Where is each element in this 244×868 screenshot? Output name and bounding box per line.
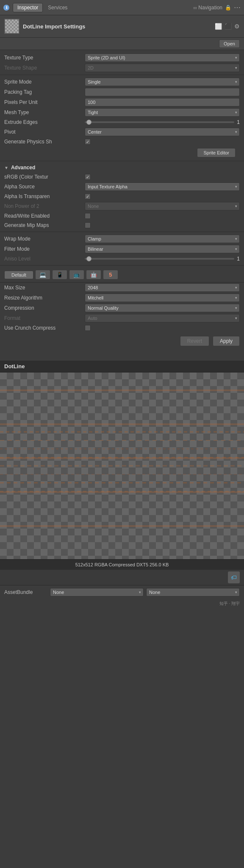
open-button[interactable]: Open — [219, 39, 240, 48]
mesh-type-control: Tight ▾ — [85, 108, 240, 117]
srgb-checkbox[interactable] — [85, 174, 91, 180]
format-control: Auto ▾ — [85, 314, 240, 322]
tab-appletv[interactable]: 📺 — [69, 270, 84, 280]
crunch-checkbox[interactable] — [85, 325, 91, 331]
aniso-level-label: Aniso Level — [4, 256, 85, 262]
wrap-mode-select[interactable]: Clamp — [85, 235, 240, 243]
texture-type-control: Sprite (2D and UI) ▾ — [85, 53, 240, 62]
pivot-label: Pivot — [4, 129, 85, 135]
asset-thumbnail — [4, 19, 19, 34]
navigation-button[interactable]: ⚏ Navigation — [193, 5, 222, 11]
page-title: DotLine Import Settings — [23, 23, 211, 30]
sprite-mode-control: Single ▾ — [85, 78, 240, 86]
lock-icon[interactable]: 🔒 — [225, 5, 231, 11]
compression-control: Normal Quality ▾ — [85, 304, 240, 312]
title-icon-gear[interactable]: ⚙ — [234, 23, 240, 30]
title-icon-2[interactable]: ⬛ — [225, 23, 232, 30]
tab-default[interactable]: Default — [4, 271, 33, 279]
thumbnail-image — [5, 20, 19, 33]
non-power-select[interactable]: None — [85, 202, 240, 210]
compression-row: Compression Normal Quality ▾ — [0, 303, 244, 313]
wrap-mode-row: Wrap Mode Clamp ▾ — [0, 234, 244, 244]
tab-android[interactable]: 🤖 — [86, 270, 101, 280]
aniso-level-row: Aniso Level 1 — [0, 254, 244, 263]
preview-section: DotLine 512x512 RGBA Compressed DXT5 256… — [0, 361, 244, 570]
texture-shape-row: Texture Shape 2D ▾ — [0, 63, 244, 73]
alpha-source-row: Alpha Source Input Texture Alpha ▾ — [0, 182, 244, 192]
texture-shape-select[interactable]: 2D — [85, 64, 240, 72]
sprite-mode-select[interactable]: Single — [85, 78, 240, 86]
alpha-transparent-row: Alpha Is Transparen — [0, 192, 244, 201]
pivot-select[interactable]: Center — [85, 128, 240, 136]
sprite-editor-button[interactable]: Sprite Editor — [197, 148, 236, 157]
generate-physics-checkbox[interactable] — [85, 139, 91, 145]
header-right: ⚏ Navigation 🔒 ⋯ — [193, 3, 241, 11]
alpha-source-select[interactable]: Input Texture Alpha — [85, 182, 240, 191]
packing-tag-input[interactable] — [85, 88, 240, 96]
extrude-edges-slider[interactable] — [85, 121, 234, 123]
tab-html5[interactable]: 5 — [103, 270, 118, 280]
pivot-control: Center ▾ — [85, 128, 240, 136]
preview-content — [0, 372, 244, 559]
ios-icon: 📱 — [56, 272, 63, 278]
extrude-edges-label: Extrude Edges — [4, 119, 85, 125]
filter-mode-select[interactable]: Bilinear — [85, 245, 240, 253]
preview-info: 512x512 RGBA Compressed DXT5 256.0 KB — [0, 559, 244, 570]
srgb-control — [85, 174, 240, 180]
platform-tabs: Default 💻 📱 📺 🤖 5 — [0, 267, 244, 283]
title-icons: ⬜ ⬛ ⚙ — [215, 23, 240, 30]
sprite-mode-label: Sprite Mode — [4, 79, 85, 85]
advanced-label: Advanced — [11, 165, 35, 171]
title-icon-1[interactable]: ⬜ — [215, 23, 222, 30]
read-write-label: Read/Write Enabled — [4, 213, 85, 219]
packing-tag-label: Packing Tag — [4, 89, 85, 95]
tag-icon[interactable]: 🏷 — [228, 571, 240, 583]
resize-algorithm-select[interactable]: Mitchell — [85, 294, 240, 302]
aniso-level-control: 1 — [85, 256, 240, 262]
read-write-checkbox[interactable] — [85, 213, 91, 219]
alpha-transparent-checkbox[interactable] — [85, 193, 91, 199]
crunch-row: Use Crunch Compress — [0, 323, 244, 333]
filter-mode-row: Filter Mode Bilinear ▾ — [0, 244, 244, 254]
tab-services[interactable]: Services — [44, 3, 71, 12]
filter-mode-control: Bilinear ▾ — [85, 245, 240, 253]
advanced-arrow-icon: ▼ — [4, 165, 8, 170]
alpha-source-control: Input Texture Alpha ▾ — [85, 182, 240, 191]
generate-mip-control — [85, 222, 240, 228]
apply-button[interactable]: Apply — [213, 336, 240, 346]
tab-ios[interactable]: 📱 — [52, 270, 67, 280]
asset-bundle-dropdowns: None ▾ None ▾ — [50, 588, 240, 596]
srgb-row: sRGB (Color Textur — [0, 172, 244, 182]
tab-pc[interactable]: 💻 — [35, 270, 50, 280]
mesh-type-select[interactable]: Tight — [85, 108, 240, 117]
packing-tag-row: Packing Tag — [0, 87, 244, 97]
aniso-level-slider[interactable] — [85, 258, 234, 260]
advanced-section-header[interactable]: ▼ Advanced — [0, 163, 244, 172]
generate-physics-label: Generate Physics Sh — [4, 139, 85, 145]
aniso-level-thumb — [86, 256, 92, 261]
asset-bundle-select-1[interactable]: None — [50, 588, 144, 596]
format-select[interactable]: Auto — [85, 314, 240, 322]
revert-button[interactable]: Revert — [180, 336, 209, 346]
max-size-select[interactable]: 2048 — [85, 283, 240, 292]
generate-mip-checkbox[interactable] — [85, 222, 91, 228]
non-power-label: Non Power of 2 — [4, 203, 85, 209]
pixels-per-unit-input[interactable] — [85, 98, 240, 106]
asset-bundle-select-2[interactable]: None — [146, 588, 240, 596]
resize-algorithm-row: Resize Algorithm Mitchell ▾ — [0, 293, 244, 303]
texture-type-select[interactable]: Sprite (2D and UI) — [85, 53, 240, 62]
extrude-edges-row: Extrude Edges 1 — [0, 118, 244, 127]
texture-shape-control: 2D ▾ — [85, 64, 240, 72]
mesh-type-label: Mesh Type — [4, 109, 85, 115]
more-icon[interactable]: ⋯ — [234, 3, 241, 11]
max-size-control: 2048 ▾ — [85, 283, 240, 292]
wrap-mode-label: Wrap Mode — [4, 236, 85, 242]
compression-select[interactable]: Normal Quality — [85, 304, 240, 312]
preview-image — [0, 372, 244, 559]
srgb-label: sRGB (Color Textur — [4, 174, 85, 180]
resize-algorithm-label: Resize Algorithm — [4, 295, 85, 301]
texture-type-label: Texture Type — [4, 55, 85, 61]
asset-bundle-dropdown-1: None ▾ — [50, 588, 144, 596]
generate-physics-control — [85, 139, 240, 145]
tab-inspector[interactable]: Inspector — [13, 3, 43, 12]
